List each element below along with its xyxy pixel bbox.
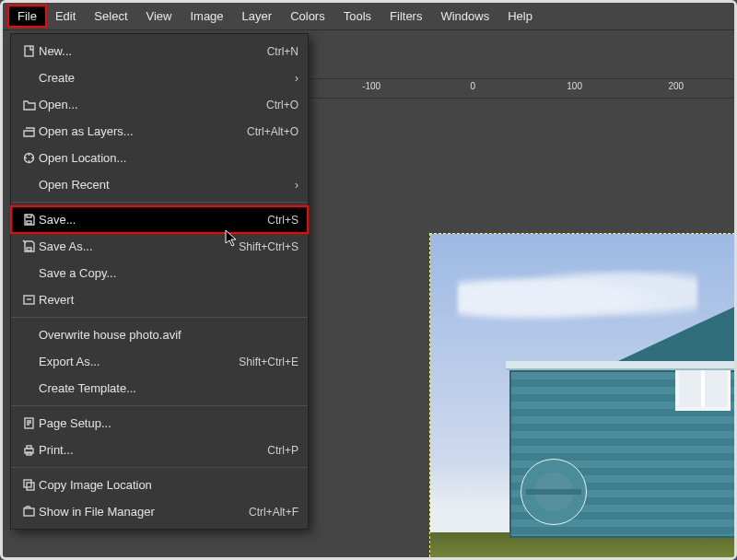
page-setup-icon bbox=[18, 416, 39, 430]
menu-item-label: Save... bbox=[39, 213, 258, 227]
menu-item-save-a-copy[interactable]: Save a Copy... bbox=[11, 260, 308, 286]
menu-item-label: New... bbox=[39, 44, 258, 58]
menu-separator bbox=[11, 202, 308, 203]
ruler-tick: 100 bbox=[567, 81, 582, 91]
ruler-tick: 0 bbox=[471, 81, 476, 91]
chevron-right-icon: › bbox=[289, 179, 298, 192]
open-layers-icon bbox=[18, 124, 39, 138]
svg-rect-3 bbox=[27, 248, 31, 251]
menu-separator bbox=[11, 467, 308, 468]
menu-item-shortcut: Ctrl+P bbox=[258, 444, 298, 457]
menu-separator bbox=[11, 405, 308, 406]
ruler-tick: -100 bbox=[362, 81, 380, 91]
save-icon bbox=[18, 213, 39, 227]
menu-item-label: Create Template... bbox=[39, 381, 298, 395]
print-icon bbox=[18, 443, 39, 457]
menu-item-new[interactable]: New...Ctrl+N bbox=[11, 38, 308, 64]
image-selection[interactable] bbox=[430, 234, 737, 560]
menu-item-create-template[interactable]: Create Template... bbox=[11, 375, 308, 402]
menu-item-overwrite-house-photo-avif[interactable]: Overwrite house photo.avif bbox=[11, 321, 308, 348]
menu-item-label: Show in File Manager bbox=[39, 505, 240, 519]
menu-item-show-in-file-manager[interactable]: Show in File ManagerCtrl+Alt+F bbox=[11, 498, 308, 525]
menu-select[interactable]: Select bbox=[85, 6, 136, 27]
house-wall bbox=[509, 370, 737, 538]
menu-item-revert[interactable]: Revert bbox=[11, 286, 308, 313]
ruler-ticks: -1000100200 bbox=[310, 79, 734, 98]
menu-item-save[interactable]: Save...Ctrl+S bbox=[11, 206, 308, 233]
svg-rect-10 bbox=[27, 483, 34, 490]
menu-edit[interactable]: Edit bbox=[46, 6, 85, 27]
menu-windows[interactable]: Windows bbox=[431, 6, 498, 27]
revert-icon bbox=[18, 293, 39, 307]
menu-item-label: Export As... bbox=[39, 355, 229, 368]
menu-filters[interactable]: Filters bbox=[380, 6, 431, 27]
menu-item-label: Revert bbox=[39, 293, 298, 307]
menu-item-shortcut: Ctrl+N bbox=[258, 45, 298, 58]
menu-layer[interactable]: Layer bbox=[233, 6, 282, 27]
menu-item-open-as-layers[interactable]: Open as Layers...Ctrl+Alt+O bbox=[11, 118, 308, 145]
house-vent bbox=[521, 459, 587, 525]
menu-item-label: Copy Image Location bbox=[39, 478, 298, 492]
menu-item-label: Page Setup... bbox=[39, 416, 298, 430]
menu-item-label: Open Recent bbox=[39, 178, 289, 192]
menu-separator bbox=[11, 317, 308, 318]
menu-item-shortcut: Ctrl+Alt+O bbox=[238, 125, 298, 138]
svg-rect-0 bbox=[25, 46, 33, 56]
menu-item-create[interactable]: Create› bbox=[11, 64, 308, 91]
menu-item-label: Print... bbox=[39, 443, 258, 457]
menu-item-print[interactable]: Print...Ctrl+P bbox=[11, 437, 308, 463]
menu-help[interactable]: Help bbox=[498, 6, 542, 27]
location-icon bbox=[18, 151, 39, 165]
horizontal-ruler: -1000100200 bbox=[310, 78, 734, 99]
save-as-icon bbox=[18, 239, 39, 253]
file-manager-icon bbox=[18, 505, 39, 519]
menu-item-copy-image-location[interactable]: Copy Image Location bbox=[11, 472, 308, 498]
menubar: FileEditSelectViewImageLayerColorsToolsF… bbox=[3, 3, 734, 30]
svg-rect-11 bbox=[24, 508, 34, 516]
menu-item-label: Open... bbox=[39, 98, 257, 111]
svg-rect-9 bbox=[24, 480, 31, 487]
menu-item-save-as[interactable]: Save As...Shift+Ctrl+S bbox=[11, 233, 308, 260]
canvas-area[interactable] bbox=[310, 99, 734, 557]
menu-item-label: Open Location... bbox=[39, 151, 298, 165]
new-icon bbox=[18, 44, 39, 58]
ruler-tick: 200 bbox=[669, 81, 684, 91]
house-roof bbox=[618, 297, 737, 361]
copy-loc-icon bbox=[18, 478, 39, 492]
menu-item-shortcut: Ctrl+Alt+F bbox=[240, 506, 298, 519]
file-menu-dropdown: New...Ctrl+NCreate›Open...Ctrl+OOpen as … bbox=[10, 33, 309, 530]
menu-item-label: Save As... bbox=[39, 239, 229, 253]
menu-colors[interactable]: Colors bbox=[281, 6, 334, 27]
menu-item-page-setup[interactable]: Page Setup... bbox=[11, 410, 308, 437]
chevron-right-icon: › bbox=[289, 72, 298, 85]
svg-rect-2 bbox=[27, 221, 31, 224]
menu-item-shortcut: Ctrl+S bbox=[258, 214, 298, 227]
menu-item-label: Open as Layers... bbox=[39, 124, 238, 138]
menu-item-shortcut: Ctrl+O bbox=[257, 99, 298, 111]
menu-item-shortcut: Shift+Ctrl+S bbox=[229, 240, 298, 253]
menu-tools[interactable]: Tools bbox=[334, 6, 380, 27]
menu-file[interactable]: File bbox=[8, 6, 46, 27]
menu-item-open-recent[interactable]: Open Recent› bbox=[11, 171, 308, 198]
menu-item-open-location[interactable]: Open Location... bbox=[11, 145, 308, 171]
menu-item-shortcut: Shift+Ctrl+E bbox=[229, 356, 298, 368]
menu-item-open[interactable]: Open...Ctrl+O bbox=[11, 91, 308, 118]
menu-view[interactable]: View bbox=[137, 6, 181, 27]
menu-item-export-as[interactable]: Export As...Shift+Ctrl+E bbox=[11, 348, 308, 375]
menu-item-label: Overwrite house photo.avif bbox=[39, 328, 298, 342]
menu-item-label: Save a Copy... bbox=[39, 266, 298, 280]
open-icon bbox=[18, 98, 39, 111]
house-window bbox=[675, 367, 731, 411]
menu-image[interactable]: Image bbox=[181, 6, 232, 27]
menu-item-label: Create bbox=[39, 71, 289, 85]
svg-rect-7 bbox=[27, 446, 31, 449]
house-eave bbox=[506, 361, 737, 370]
house bbox=[509, 344, 737, 538]
